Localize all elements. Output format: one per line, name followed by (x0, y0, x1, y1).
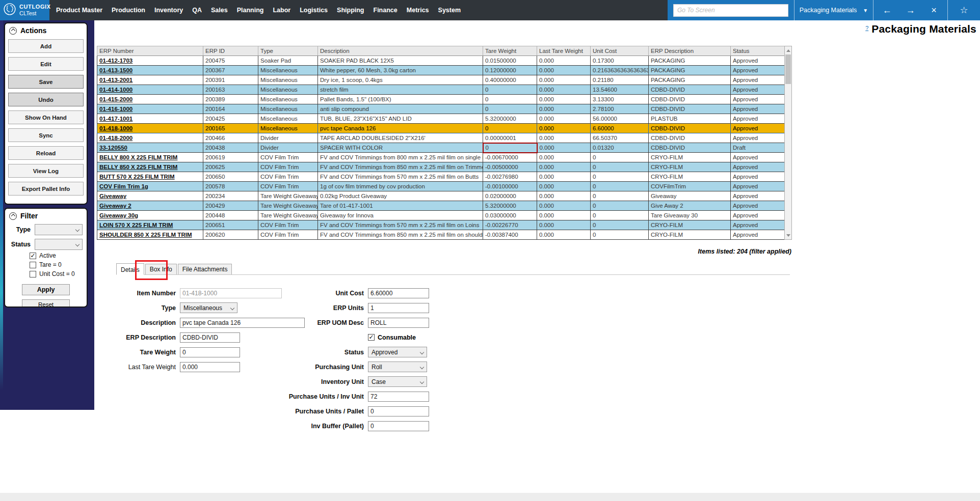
help-link[interactable]: ? (865, 25, 868, 31)
cell-erp-number-link[interactable]: BUTT 570 X 225 FILM TRIM (97, 172, 203, 182)
tare-weight-field[interactable] (180, 347, 240, 357)
nav-menu-item-planning[interactable]: Planning (232, 7, 269, 14)
type-filter-select[interactable] (35, 224, 83, 235)
erp-uom-desc-field[interactable] (368, 318, 429, 328)
unit-cost-field[interactable] (368, 288, 429, 298)
inv-buffer-pallet-field[interactable] (368, 421, 429, 431)
table-row[interactable]: SHOULDER 850 X 225 FILM TRIM 200620 COV … (97, 230, 785, 240)
screen-selector-dropdown[interactable]: Packaging Materials ▼ (794, 0, 873, 20)
forward-arrow-icon[interactable]: → (899, 5, 922, 16)
table-row[interactable]: 01-415-2000 200389 Miscellaneous Pallet … (97, 95, 785, 104)
purchase-units-inv-unit-field[interactable] (368, 392, 429, 402)
reload-button[interactable]: Reload (8, 146, 84, 160)
checkbox-icon[interactable] (30, 253, 36, 259)
favorite-star-icon[interactable]: ☆ (947, 0, 980, 20)
table-row[interactable]: 01-412-1703 200475 Soaker Pad SOAKER PAD… (97, 56, 785, 66)
type-select[interactable]: Miscellaneous (180, 302, 237, 313)
undo-button[interactable]: Undo (8, 93, 84, 106)
nav-menu-item-sales[interactable]: Sales (206, 7, 232, 14)
col-type[interactable]: Type (258, 46, 318, 56)
export-pallet-info-button[interactable]: Export Pallet Info (8, 182, 84, 196)
nav-menu-item-shipping[interactable]: Shipping (332, 7, 368, 14)
table-row[interactable]: 33-120550 200438 Divider SPACER WITH COL… (97, 143, 785, 153)
table-row[interactable]: 01-417-1001 200425 Miscellaneous TUB, BL… (97, 114, 785, 124)
col-description[interactable]: Description (318, 46, 483, 56)
nav-menu-item-production[interactable]: Production (107, 7, 150, 14)
cell-erp-number-link[interactable]: 01-418-1000 (97, 124, 203, 133)
nav-menu-item-system[interactable]: System (434, 7, 465, 14)
col-erp-id[interactable]: ERP ID (203, 46, 258, 56)
reset-button[interactable]: Reset (22, 299, 70, 308)
table-row[interactable]: BELLY 800 X 225 FILM TRIM 200619 COV Fil… (97, 153, 785, 162)
collapse-filter-icon[interactable] (9, 212, 17, 220)
table-row[interactable]: 01-414-1000 200163 Miscellaneous stretch… (97, 85, 785, 95)
cell-erp-number-link[interactable]: 33-120550 (97, 143, 203, 153)
cell-erp-number-link[interactable]: LOIN 570 X 225 FILM TRIM (97, 220, 203, 230)
nav-menu-item-inventory[interactable]: Inventory (150, 7, 188, 14)
erp-units-field[interactable] (368, 303, 429, 313)
filter-checkbox-row[interactable]: Active (30, 252, 87, 259)
table-row[interactable]: BELLY 850 X 225 FILM TRIM 200625 COV Fil… (97, 162, 785, 172)
table-row[interactable]: 01-416-1000 200164 Miscellaneous anti sl… (97, 104, 785, 114)
cell-erp-number-link[interactable]: 01-418-2000 (97, 133, 203, 143)
nav-menu-item-qa[interactable]: QA (188, 7, 206, 14)
last-tare-weight-field[interactable] (180, 362, 240, 372)
edit-button[interactable]: Edit (8, 57, 84, 71)
cell-erp-number-link[interactable]: Giveaway (97, 191, 203, 201)
cell-erp-number-link[interactable]: BELLY 800 X 225 FILM TRIM (97, 153, 203, 162)
scrollbar-thumb[interactable] (785, 54, 791, 84)
col-last-tare-weight[interactable]: Last Tare Weight (537, 46, 591, 56)
tab-box-info[interactable]: Box Info (145, 264, 177, 274)
back-arrow-icon[interactable]: ← (876, 5, 899, 16)
erp-description-field[interactable] (180, 332, 240, 343)
scroll-up-icon[interactable] (785, 47, 791, 54)
goto-screen-input[interactable] (673, 4, 788, 17)
cell-erp-number-link[interactable]: Giveaway 30g (97, 211, 203, 220)
col-erp-description[interactable]: ERP Description (649, 46, 731, 56)
table-row[interactable]: Giveaway 2 200429 Tare Weight Giveaway T… (97, 201, 785, 211)
tab-details[interactable]: Details (116, 263, 144, 275)
table-row[interactable]: Giveaway 30g 200448 Tare Weight Giveaway… (97, 211, 785, 220)
brand[interactable]: CUTLOGIX CLTest (0, 0, 49, 20)
inventory-unit-select[interactable]: Case (368, 376, 427, 387)
view-log-button[interactable]: View Log (8, 164, 84, 178)
status-select[interactable]: Approved (368, 347, 427, 357)
close-icon[interactable]: × (922, 5, 946, 16)
filter-checkbox-row[interactable]: Unit Cost = 0 (30, 270, 87, 277)
sync-button[interactable]: Sync (8, 128, 84, 142)
table-row[interactable]: 01-413-1500 200367 Miscellaneous White p… (97, 66, 785, 75)
purchasing-unit-select[interactable]: Roll (368, 361, 427, 372)
cell-erp-number-link[interactable]: 01-417-1001 (97, 114, 203, 124)
cell-erp-number-link[interactable]: SHOULDER 850 X 225 FILM TRIM (97, 230, 203, 240)
filter-checkbox-row[interactable]: Tare = 0 (30, 261, 87, 268)
cell-erp-number-link[interactable]: BELLY 850 X 225 FILM TRIM (97, 162, 203, 172)
status-filter-select[interactable] (35, 239, 83, 250)
col-tare-weight[interactable]: Tare Weight (483, 46, 537, 56)
apply-button[interactable]: Apply (22, 284, 70, 295)
col-erp-number[interactable]: ERP Number (97, 46, 203, 56)
table-row[interactable]: 01-418-1000 200165 Miscellaneous pvc tap… (97, 124, 785, 133)
nav-menu-item-metrics[interactable]: Metrics (402, 7, 434, 14)
table-row[interactable]: LOIN 570 X 225 FILM TRIM 200651 COV Film… (97, 220, 785, 230)
save-button[interactable]: Save (8, 75, 84, 89)
col-status[interactable]: Status (731, 46, 785, 56)
cell-erp-number-link[interactable]: 01-416-1000 (97, 104, 203, 114)
tab-file-attachments[interactable]: File Attachments (178, 264, 232, 274)
table-row[interactable]: 01-413-2001 200391 Miscellaneous Dry ice… (97, 75, 785, 85)
scroll-down-icon[interactable] (785, 232, 791, 239)
cell-erp-number-link[interactable]: 01-414-1000 (97, 85, 203, 95)
table-row[interactable]: Giveaway 200234 Tare Weight Giveaway 0.0… (97, 191, 785, 201)
col-unit-cost[interactable]: Unit Cost (591, 46, 649, 56)
table-row[interactable]: BUTT 570 X 225 FILM TRIM 200650 COV Film… (97, 172, 785, 182)
cell-erp-number-link[interactable]: 01-415-2000 (97, 95, 203, 104)
add-button[interactable]: Add (8, 39, 84, 53)
table-row[interactable]: 01-418-2000 200466 Divider TAPE ARCLAD D… (97, 133, 785, 143)
cell-erp-number-link[interactable]: 01-413-2001 (97, 75, 203, 85)
cell-erp-number-link[interactable]: 01-412-1703 (97, 56, 203, 66)
nav-menu-item-labor[interactable]: Labor (268, 7, 295, 14)
consumable-checkbox[interactable] (368, 334, 375, 341)
nav-menu-item-logistics[interactable]: Logistics (295, 7, 332, 14)
cell-erp-number-link[interactable]: 01-413-1500 (97, 66, 203, 75)
checkbox-icon[interactable] (30, 271, 36, 277)
purchase-units-pallet-field[interactable] (368, 406, 429, 416)
